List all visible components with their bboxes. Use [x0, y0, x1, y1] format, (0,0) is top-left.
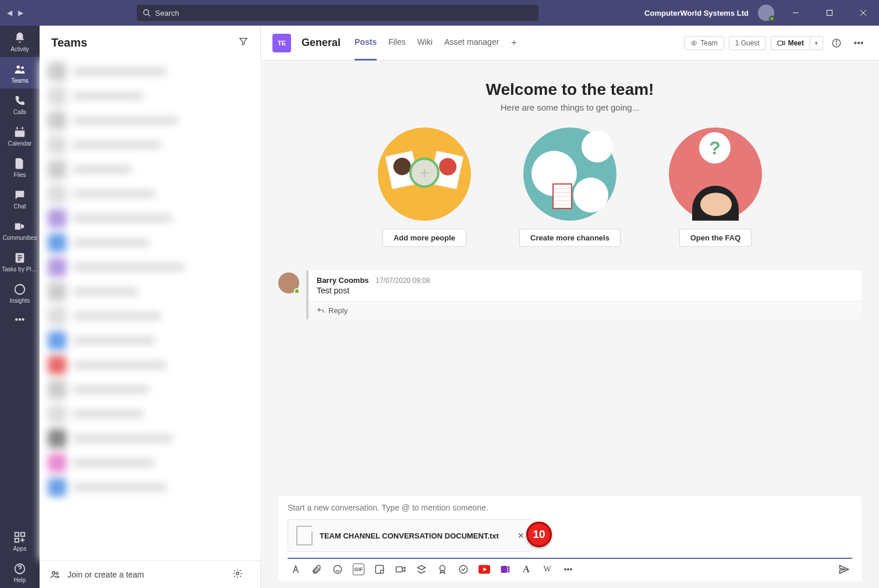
guest-chip[interactable]: 1 Guest	[729, 36, 766, 50]
svg-point-29	[440, 565, 445, 571]
message-text: Test post	[309, 285, 862, 301]
gif-button[interactable]: GIF	[353, 564, 364, 575]
tab-files[interactable]: Files	[388, 26, 406, 61]
add-tab-button[interactable]: ＋	[509, 37, 519, 49]
youtube-icon	[479, 565, 490, 574]
welcome-subtitle: Here are some things to get going...	[261, 102, 879, 112]
apps-icon	[13, 531, 26, 544]
onenote-icon	[500, 564, 511, 575]
remove-attachment-button[interactable]: ✕	[518, 531, 524, 540]
rail-files[interactable]: Files	[0, 151, 40, 183]
tab-posts[interactable]: Posts	[355, 26, 377, 61]
svg-rect-14	[15, 533, 19, 536]
join-team-icon	[50, 569, 61, 580]
bell-icon	[13, 31, 26, 44]
channel-info-button[interactable]	[828, 34, 845, 52]
team-chip[interactable]: Team	[684, 36, 724, 50]
composer-toolbar: GIF A W •••	[288, 559, 852, 581]
video-icon	[395, 564, 406, 575]
tab-asset-manager[interactable]: Asset manager	[444, 26, 499, 61]
rail-communities[interactable]: Communities	[0, 214, 40, 246]
author-avatar[interactable]	[278, 272, 299, 293]
send-button[interactable]	[838, 564, 850, 575]
team-badge: TE	[272, 34, 291, 52]
svg-rect-9	[15, 129, 25, 131]
current-user-avatar[interactable]	[758, 5, 774, 21]
onenote-button[interactable]	[499, 564, 511, 575]
rail-calls[interactable]: Calls	[0, 88, 40, 120]
stream-button[interactable]	[416, 564, 427, 575]
window-maximize[interactable]	[817, 0, 842, 26]
add-people-button[interactable]: Add more people	[382, 229, 466, 247]
message-author: Barry Coombs	[317, 276, 369, 285]
open-faq-illustration: ?	[669, 127, 762, 221]
font-app-button[interactable]: A	[520, 564, 532, 575]
attach-button[interactable]	[311, 564, 322, 575]
svg-rect-16	[15, 539, 19, 542]
meet-dropdown[interactable]: ▾	[810, 36, 823, 50]
svg-point-26	[334, 565, 342, 573]
svg-point-7	[21, 66, 23, 69]
tasks-icon	[13, 252, 26, 264]
rail-apps[interactable]: Apps	[0, 525, 40, 557]
join-team-button[interactable]: Join or create a team	[68, 570, 144, 579]
phone-icon	[13, 94, 26, 107]
svg-point-30	[459, 565, 467, 573]
svg-rect-15	[21, 533, 24, 536]
rail-help[interactable]: Help	[0, 557, 40, 588]
rail-calendar[interactable]: Calendar	[0, 120, 40, 151]
nav-forward[interactable]: ▶	[18, 9, 23, 17]
nav-back[interactable]: ◀	[7, 9, 12, 17]
praise-button[interactable]	[437, 564, 448, 575]
approve-button[interactable]	[458, 564, 469, 575]
badge-icon	[437, 564, 448, 575]
annotation-badge: 10	[526, 522, 552, 547]
svg-point-20	[236, 572, 239, 575]
format-button[interactable]	[290, 564, 302, 575]
file-icon	[296, 526, 313, 546]
org-name: ComputerWorld Systems Ltd	[644, 9, 749, 17]
open-faq-button[interactable]: Open the FAQ	[679, 229, 752, 247]
svg-rect-32	[501, 566, 508, 573]
window-close[interactable]	[851, 0, 876, 26]
more-apps-button[interactable]: •••	[562, 564, 574, 575]
wiki-app-button[interactable]: W	[541, 564, 553, 575]
tab-wiki[interactable]: Wiki	[417, 26, 433, 61]
reply-button[interactable]: Reply	[309, 301, 862, 320]
rail-chat[interactable]: Chat	[0, 183, 40, 214]
emoji-icon	[332, 564, 343, 575]
gear-icon	[232, 568, 243, 579]
manage-teams-button[interactable]	[232, 568, 250, 581]
emoji-button[interactable]	[332, 564, 343, 575]
meet-now-button[interactable]	[395, 564, 406, 575]
yammer-icon	[13, 220, 26, 233]
create-channels-button[interactable]: Create more channels	[519, 229, 621, 247]
insights-icon	[13, 283, 26, 296]
format-icon	[290, 564, 301, 575]
svg-rect-35	[508, 571, 510, 572]
composer[interactable]: Start a new conversation. Type @ to ment…	[278, 496, 862, 581]
channel-more-button[interactable]: •••	[850, 34, 867, 52]
rail-activity[interactable]: Activity	[0, 26, 40, 57]
files-icon	[13, 157, 26, 170]
rail-more[interactable]: •••	[0, 309, 40, 330]
presence-available-icon	[294, 288, 300, 294]
youtube-button[interactable]	[479, 564, 490, 575]
composer-placeholder: Start a new conversation. Type @ to ment…	[288, 503, 852, 512]
meet-button[interactable]: Meet	[771, 36, 810, 50]
rail-tasks[interactable]: Tasks by Pla...	[0, 246, 40, 277]
search-input[interactable]: Search	[137, 5, 538, 21]
rail-teams[interactable]: Teams	[0, 57, 40, 88]
paperclip-icon	[311, 564, 322, 575]
attachment-name: TEAM CHANNEL CONVERSATION DOCUMENT.txt	[320, 532, 499, 540]
rail-insights[interactable]: Insights	[0, 277, 40, 309]
info-icon	[831, 38, 842, 48]
svg-point-25	[836, 40, 837, 41]
window-minimize[interactable]	[784, 0, 808, 26]
filter-button[interactable]	[238, 36, 249, 49]
svg-rect-33	[508, 566, 510, 568]
sticker-button[interactable]	[374, 564, 385, 575]
message-item: Barry Coombs 17/07/2020 09:08 Test post …	[278, 270, 862, 320]
svg-point-21	[693, 42, 695, 44]
help-icon	[13, 562, 26, 575]
